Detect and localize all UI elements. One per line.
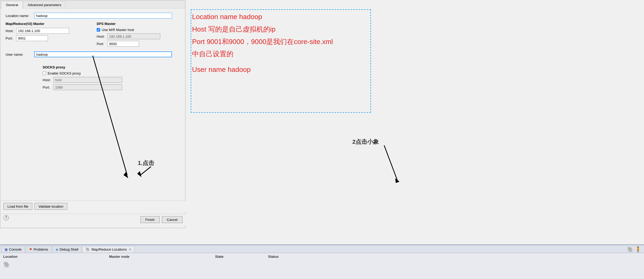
- mr-locations-icon: 🐘: [86, 247, 90, 251]
- socks-port-row: Port:: [43, 84, 180, 90]
- username-label: User name:: [6, 53, 32, 56]
- table-body: 🐘: [0, 260, 644, 268]
- mr-port-input[interactable]: [16, 35, 48, 41]
- elephant-icon[interactable]: 🐘: [627, 246, 634, 252]
- dfs-host-label: Host:: [97, 34, 107, 38]
- tab-general[interactable]: General: [1, 1, 23, 8]
- bottom-tabs: ▣ Console ⚑ Problems ◈ Debug Shell 🐘 Map…: [0, 245, 644, 253]
- close-mr-tab-icon[interactable]: ✕: [129, 248, 131, 251]
- load-from-file-button[interactable]: Load from file: [3, 203, 32, 210]
- mr-master-title: Map/Reduce(V2) Master: [6, 22, 89, 26]
- annotation-line3: Port 9001和9000，9000是我们在core-site.xml: [192, 36, 333, 48]
- bottom-panel: ▣ Console ⚑ Problems ◈ Debug Shell 🐘 Map…: [0, 245, 644, 279]
- dfs-port-input[interactable]: [107, 41, 139, 47]
- tab-mr-locations[interactable]: 🐘 Map/Reduce Locations ✕: [82, 246, 135, 252]
- socks-enable-row: Enable SOCKS proxy: [43, 71, 180, 75]
- username-row: User name:: [6, 51, 180, 57]
- mr-host-label: Host:: [6, 29, 16, 33]
- tab-debug-shell-label: Debug Shell: [60, 247, 78, 251]
- dfs-use-mr-checkbox[interactable]: [97, 28, 100, 32]
- annotation-line2: Host 写的是自己虚拟机的ip: [192, 23, 333, 36]
- mr-port-label: Port:: [6, 36, 16, 40]
- username-input[interactable]: [34, 51, 172, 57]
- dfs-port-row: Port:: [97, 41, 180, 47]
- person-icon[interactable]: 🧍: [635, 246, 641, 252]
- annotation-line4: 中自己设置的: [192, 48, 333, 60]
- svg-line-2: [384, 145, 397, 180]
- tab-debug-shell[interactable]: ◈ Debug Shell: [52, 246, 82, 252]
- dfs-master-title: DFS Master: [97, 22, 180, 26]
- finish-button[interactable]: Finish: [140, 216, 160, 223]
- problems-icon: ⚑: [29, 247, 32, 251]
- dfs-port-label: Port:: [97, 42, 107, 46]
- annotation-text: Location name hadoop Host 写的是自己虚拟机的ip Po…: [192, 11, 333, 76]
- mr-master-section: Map/Reduce(V2) Master Host: Port:: [6, 22, 89, 48]
- annotation-line1: Location name hadoop: [192, 11, 333, 23]
- svg-marker-3: [395, 178, 399, 183]
- tab-mr-locations-label: Map/Reduce Locations: [91, 247, 127, 251]
- debug-icon: ◈: [56, 247, 58, 251]
- form-area: Location name: Map/Reduce(V2) Master Hos…: [0, 8, 185, 96]
- row-icon: 🐘: [3, 261, 10, 268]
- socks-host-label: Host:: [43, 78, 53, 82]
- mr-host-input[interactable]: [16, 28, 69, 34]
- socks-host-input[interactable]: [53, 77, 122, 83]
- col-status: Status: [268, 255, 348, 259]
- mr-host-row: Host:: [6, 28, 89, 34]
- socks-section: SOCKS proxy Enable SOCKS proxy Host: Por…: [6, 63, 180, 90]
- dfs-use-mr-row: Use M/R Master host: [97, 28, 180, 32]
- tab-bar: General Advanced parameters: [0, 0, 185, 8]
- validate-location-button[interactable]: Validate location: [34, 203, 67, 210]
- mr-port-row: Port:: [6, 35, 89, 41]
- tab-problems-label: Problems: [34, 247, 48, 251]
- bottom-right-icons: 🐘 🧍: [627, 246, 641, 252]
- col-location: Location: [3, 255, 109, 259]
- socks-port-input[interactable]: [53, 84, 122, 90]
- dfs-host-row: Host:: [97, 33, 180, 39]
- tab-console[interactable]: ▣ Console: [1, 246, 25, 252]
- dfs-master-section: DFS Master Use M/R Master host Host: Por…: [97, 22, 180, 48]
- cancel-button[interactable]: Cancel: [162, 216, 183, 223]
- col-master-node: Master node: [109, 255, 215, 259]
- socks-host-row: Host:: [43, 77, 180, 83]
- console-icon: ▣: [5, 247, 8, 251]
- finish-area: ? Finish Cancel: [0, 214, 186, 225]
- socks-enable-label: Enable SOCKS proxy: [48, 71, 81, 75]
- dfs-host-input[interactable]: [107, 33, 160, 39]
- location-name-label: Location name:: [6, 14, 32, 18]
- location-name-input[interactable]: [34, 13, 172, 19]
- location-name-row: Location name:: [6, 13, 180, 19]
- socks-port-label: Port:: [43, 85, 53, 89]
- label-click-1: 1.点击: [138, 159, 154, 167]
- two-col-section: Map/Reduce(V2) Master Host: Port: DFS Ma…: [6, 22, 180, 48]
- socks-title: SOCKS proxy: [43, 65, 180, 69]
- annotation-line5: User name hadoop: [192, 63, 333, 76]
- dfs-use-mr-label: Use M/R Master host: [102, 28, 134, 32]
- col-state: State: [215, 255, 268, 259]
- table-header: Location Master node State Status: [0, 253, 644, 260]
- tab-problems[interactable]: ⚑ Problems: [26, 246, 52, 252]
- help-button[interactable]: ?: [3, 215, 9, 220]
- tab-console-label: Console: [9, 247, 22, 251]
- tab-advanced[interactable]: Advanced parameters: [23, 1, 66, 8]
- main-dialog: General Advanced parameters Location nam…: [0, 0, 185, 228]
- socks-enable-checkbox[interactable]: [43, 72, 46, 75]
- load-validate-area: Load from file Validate location: [0, 200, 186, 212]
- label-click-2: 2点击小象: [352, 138, 379, 146]
